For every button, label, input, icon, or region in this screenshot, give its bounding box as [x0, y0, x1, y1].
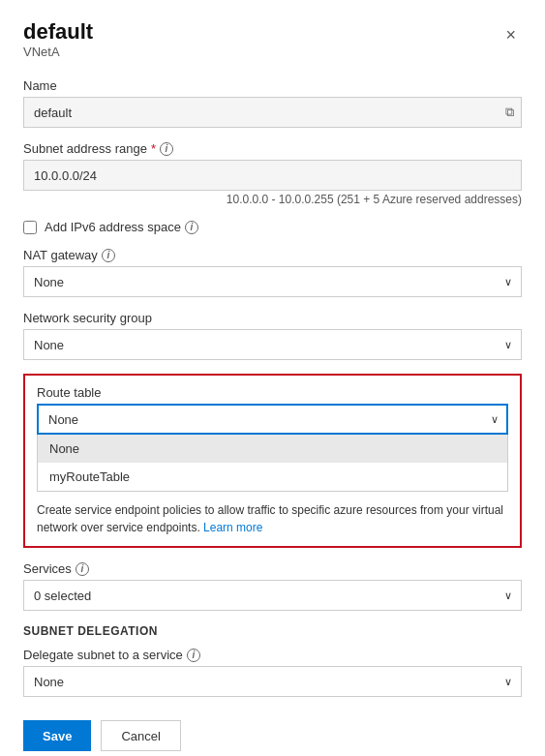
subnet-address-info-icon[interactable]: i	[160, 142, 173, 156]
route-table-option-none[interactable]: None	[38, 435, 507, 463]
subnet-address-input[interactable]	[23, 160, 522, 191]
footer-buttons: Save Cancel	[23, 720, 522, 751]
ipv6-info-icon[interactable]: i	[185, 221, 198, 234]
delegate-info-icon[interactable]: i	[187, 649, 200, 662]
name-field-group: Name ⧉	[23, 78, 522, 128]
panel-subtitle: VNetA	[23, 45, 93, 59]
required-star: *	[151, 141, 156, 156]
route-table-option-myroutetable[interactable]: myRouteTable	[38, 463, 507, 491]
subnet-address-input-wrapper	[23, 160, 522, 191]
learn-more-link[interactable]: Learn more	[203, 521, 262, 534]
nsg-select[interactable]: None	[23, 329, 522, 360]
panel: default VNetA × Name ⧉ Subnet address ra…	[0, 0, 545, 756]
services-field-group: Services i 0 selected ∨	[23, 561, 522, 611]
service-endpoint-note: Create service endpoint policies to allo…	[37, 492, 508, 546]
delegate-field-group: Delegate subnet to a service i None ∨	[23, 648, 522, 697]
route-table-select-wrapper: None myRouteTable ∨	[37, 404, 508, 435]
name-input-wrapper: ⧉	[23, 97, 522, 128]
nat-gateway-select-wrapper: None ∨	[23, 266, 522, 297]
subnet-address-hint: 10.0.0.0 - 10.0.0.255 (251 + 5 Azure res…	[23, 193, 522, 206]
nsg-select-wrapper: None ∨	[23, 329, 522, 360]
panel-title-block: default VNetA	[23, 19, 93, 76]
name-input[interactable]	[23, 97, 522, 128]
services-label: Services i	[23, 561, 522, 576]
route-table-select[interactable]: None myRouteTable	[37, 404, 508, 435]
route-table-section: Route table None myRouteTable ∨ None myR…	[23, 374, 522, 548]
services-info-icon[interactable]: i	[76, 562, 89, 576]
subnet-address-label: Subnet address range * i	[23, 141, 522, 156]
nat-gateway-label: NAT gateway i	[23, 248, 522, 262]
panel-title: default	[23, 19, 93, 45]
name-label: Name	[23, 78, 522, 93]
subnet-address-field-group: Subnet address range * i 10.0.0.0 - 10.0…	[23, 141, 522, 206]
subnet-delegation-heading: SUBNET DELEGATION	[23, 624, 522, 638]
ipv6-checkbox-row: Add IPv6 address space i	[23, 220, 522, 234]
copy-icon[interactable]: ⧉	[505, 105, 514, 120]
delegate-select-wrapper: None ∨	[23, 666, 522, 697]
nat-gateway-field-group: NAT gateway i None ∨	[23, 248, 522, 297]
nat-gateway-info-icon[interactable]: i	[102, 249, 115, 262]
close-button[interactable]: ×	[500, 23, 522, 47]
ipv6-checkbox[interactable]	[23, 221, 37, 234]
services-select[interactable]: 0 selected	[23, 580, 522, 611]
nsg-label: Network security group	[23, 311, 522, 325]
route-table-dropdown-list: None myRouteTable	[37, 435, 508, 492]
nsg-field-group: Network security group None ∨	[23, 311, 522, 360]
panel-header: default VNetA ×	[23, 19, 522, 76]
services-select-wrapper: 0 selected ∨	[23, 580, 522, 611]
cancel-button[interactable]: Cancel	[101, 720, 180, 751]
ipv6-label[interactable]: Add IPv6 address space i	[45, 220, 198, 234]
delegate-select[interactable]: None	[23, 666, 522, 697]
nat-gateway-select[interactable]: None	[23, 266, 522, 297]
route-table-label: Route table	[37, 385, 508, 400]
delegate-label: Delegate subnet to a service i	[23, 648, 522, 662]
save-button[interactable]: Save	[23, 720, 91, 751]
